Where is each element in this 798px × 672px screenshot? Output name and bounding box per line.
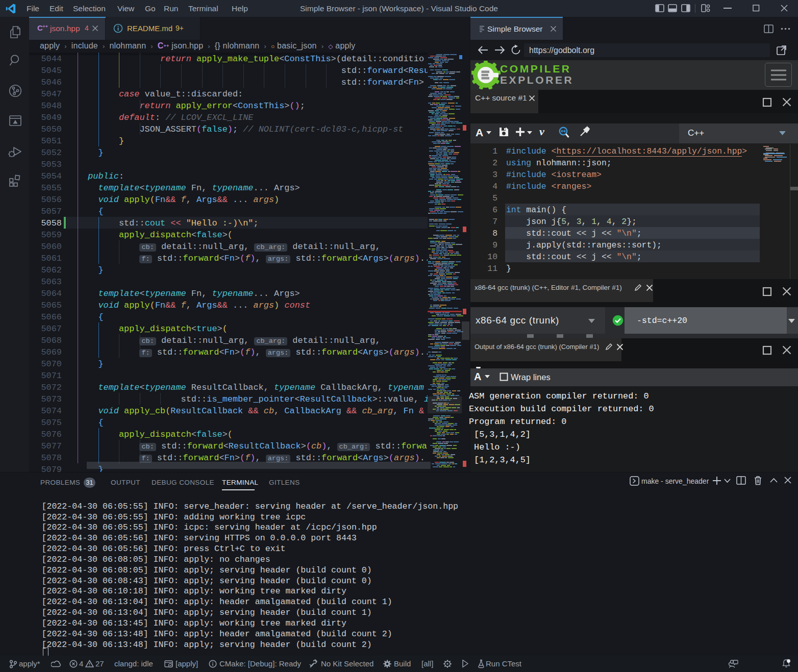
svg-text:C: C: [37, 23, 43, 32]
svg-text:++: ++: [43, 24, 48, 29]
